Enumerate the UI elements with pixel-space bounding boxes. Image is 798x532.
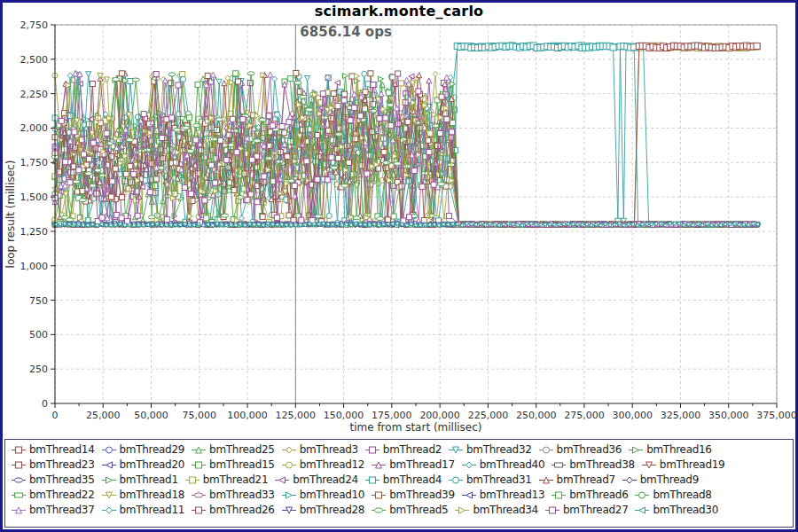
legend-label: bmThread18 bbox=[120, 489, 185, 501]
legend-marker-icon bbox=[622, 475, 638, 485]
legend: bmThread14bmThread29bmThread25bmThread3b… bbox=[4, 439, 794, 528]
legend-item-bmThread36: bmThread36 bbox=[538, 443, 622, 456]
legend-label: bmThread13 bbox=[480, 489, 545, 501]
legend-marker-icon bbox=[281, 490, 297, 500]
legend-item-bmThread2: bmThread2 bbox=[364, 443, 442, 456]
legend-item-bmThread39: bmThread39 bbox=[371, 489, 455, 501]
legend-label: bmThread25 bbox=[209, 443, 275, 456]
legend-item-bmThread11: bmThread11 bbox=[101, 504, 185, 516]
legend-item-bmThread38: bmThread38 bbox=[551, 458, 635, 471]
legend-label: bmThread10 bbox=[300, 489, 365, 501]
legend-marker-icon bbox=[191, 445, 207, 455]
legend-marker-icon bbox=[191, 460, 207, 470]
legend-marker-icon bbox=[634, 505, 650, 515]
svg-text:350,000: 350,000 bbox=[708, 410, 749, 421]
legend-label: bmThread4 bbox=[383, 473, 442, 486]
legend-label: bmThread21 bbox=[203, 473, 269, 486]
legend-label: bmThread30 bbox=[653, 504, 718, 516]
svg-text:750: 750 bbox=[29, 295, 48, 307]
legend-marker-icon bbox=[628, 445, 644, 455]
legend-marker-icon bbox=[448, 445, 464, 455]
legend-marker-icon bbox=[191, 505, 207, 515]
svg-text:50,000: 50,000 bbox=[134, 410, 168, 421]
svg-text:1,750: 1,750 bbox=[20, 157, 49, 168]
legend-marker-icon bbox=[101, 445, 117, 455]
legend-item-bmThread32: bmThread32 bbox=[448, 443, 532, 456]
legend-label: bmThread34 bbox=[473, 504, 538, 516]
legend-label: bmThread7 bbox=[557, 473, 615, 486]
svg-text:1,500: 1,500 bbox=[20, 192, 49, 203]
svg-text:300,000: 300,000 bbox=[612, 410, 653, 421]
legend-marker-icon bbox=[454, 505, 470, 515]
legend-item-bmThread10: bmThread10 bbox=[281, 489, 365, 501]
legend-item-bmThread27: bmThread27 bbox=[544, 504, 629, 516]
legend-label: bmThread3 bbox=[300, 443, 358, 456]
legend-label: bmThread33 bbox=[209, 489, 275, 501]
legend-label: bmThread23 bbox=[29, 458, 95, 471]
legend-marker-icon bbox=[101, 475, 117, 485]
legend-label: bmThread5 bbox=[389, 504, 448, 516]
svg-text:250: 250 bbox=[29, 364, 48, 375]
svg-text:2,000: 2,000 bbox=[20, 122, 49, 134]
legend-item-bmThread1: bmThread1 bbox=[101, 473, 178, 486]
legend-item-bmThread17: bmThread17 bbox=[371, 458, 455, 471]
legend-label: bmThread12 bbox=[300, 458, 365, 471]
legend-marker-icon bbox=[281, 445, 297, 455]
svg-text:2,500: 2,500 bbox=[20, 54, 49, 66]
legend-label: bmThread8 bbox=[653, 489, 711, 501]
legend-label: bmThread19 bbox=[660, 458, 725, 471]
svg-text:275,000: 275,000 bbox=[564, 410, 605, 421]
legend-item-bmThread4: bmThread4 bbox=[364, 473, 442, 486]
legend-item-bmThread18: bmThread18 bbox=[101, 489, 185, 501]
svg-text:125,000: 125,000 bbox=[276, 410, 317, 421]
legend-item-bmThread16: bmThread16 bbox=[628, 443, 712, 456]
legend-item-bmThread23: bmThread23 bbox=[11, 458, 95, 471]
legend-label: bmThread20 bbox=[120, 458, 185, 471]
svg-text:375,000: 375,000 bbox=[756, 410, 795, 421]
legend-label: bmThread31 bbox=[466, 473, 532, 486]
legend-marker-icon bbox=[371, 460, 387, 470]
legend-item-bmThread24: bmThread24 bbox=[274, 473, 358, 486]
legend-marker-icon bbox=[371, 490, 387, 500]
legend-marker-icon bbox=[191, 490, 207, 500]
legend-marker-icon bbox=[11, 490, 27, 500]
legend-marker-icon bbox=[538, 445, 554, 455]
legend-label: bmThread22 bbox=[29, 489, 95, 501]
legend-marker-icon bbox=[11, 475, 27, 485]
legend-item-bmThread31: bmThread31 bbox=[448, 473, 532, 486]
svg-text:0: 0 bbox=[42, 398, 48, 410]
legend-marker-icon bbox=[101, 490, 117, 500]
legend-marker-icon bbox=[538, 475, 554, 485]
legend-item-bmThread33: bmThread33 bbox=[191, 489, 275, 501]
legend-label: bmThread15 bbox=[209, 458, 275, 471]
svg-text:325,000: 325,000 bbox=[661, 410, 701, 421]
benchmark-chart-window: scimark.monte_carlo 6856.14 ops025050075… bbox=[0, 0, 798, 532]
legend-label: bmThread35 bbox=[29, 473, 95, 486]
legend-item-bmThread34: bmThread34 bbox=[454, 504, 538, 516]
legend-label: bmThread40 bbox=[480, 458, 545, 471]
legend-label: bmThread24 bbox=[293, 473, 358, 486]
legend-marker-icon bbox=[634, 490, 650, 500]
legend-label: bmThread6 bbox=[569, 489, 628, 501]
svg-text:6856.14 ops: 6856.14 ops bbox=[300, 24, 392, 40]
legend-label: bmThread37 bbox=[29, 504, 95, 516]
svg-text:loop result (millisec): loop result (millisec) bbox=[4, 160, 17, 269]
legend-label: bmThread27 bbox=[563, 504, 629, 516]
legend-item-bmThread30: bmThread30 bbox=[634, 504, 718, 516]
legend-marker-icon bbox=[11, 460, 27, 470]
svg-text:500: 500 bbox=[29, 329, 48, 340]
legend-item-bmThread40: bmThread40 bbox=[461, 458, 545, 471]
svg-text:175,000: 175,000 bbox=[372, 410, 412, 421]
legend-label: bmThread17 bbox=[389, 458, 455, 471]
legend-marker-icon bbox=[11, 505, 27, 515]
legend-item-bmThread13: bmThread13 bbox=[461, 489, 545, 501]
legend-item-bmThread29: bmThread29 bbox=[101, 443, 185, 456]
legend-item-bmThread25: bmThread25 bbox=[191, 443, 275, 456]
legend-label: bmThread32 bbox=[466, 443, 532, 456]
svg-text:75,000: 75,000 bbox=[183, 410, 217, 421]
svg-text:time from start (millisec): time from start (millisec) bbox=[349, 421, 481, 434]
legend-label: bmThread39 bbox=[389, 489, 455, 501]
legend-label: bmThread9 bbox=[640, 473, 699, 486]
legend-marker-icon bbox=[11, 445, 27, 455]
legend-item-bmThread20: bmThread20 bbox=[101, 458, 185, 471]
